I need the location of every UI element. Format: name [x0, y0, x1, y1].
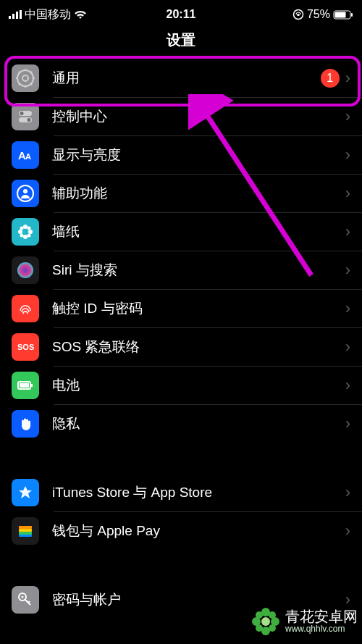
svg-rect-42: [19, 529, 32, 532]
row-accessibility[interactable]: 辅助功能›: [0, 174, 362, 212]
row-wallpaper[interactable]: 墙纸›: [0, 212, 362, 251]
svg-rect-44: [19, 535, 32, 537]
svg-point-46: [22, 595, 24, 598]
svg-point-10: [22, 75, 28, 81]
key-icon: [12, 586, 39, 614]
row-label: 通用: [52, 69, 321, 88]
row-siri[interactable]: Siri 与搜索›: [0, 251, 362, 289]
wallet-icon: [12, 517, 39, 545]
row-label: SOS 紧急联络: [52, 338, 345, 356]
watermark-title: 青花安卓网: [285, 609, 358, 624]
row-label: 显示与亮度: [52, 146, 345, 164]
svg-point-54: [256, 624, 263, 632]
screen: { "status": { "carrier": "中国移动", "time":…: [0, 0, 362, 644]
section-gap: [0, 550, 362, 580]
svg-point-28: [28, 230, 33, 234]
settings-list[interactable]: 通用1›控制中心›AA显示与亮度›辅助功能›墙纸›Siri 与搜索›触控 ID …: [0, 59, 362, 619]
flower-icon: [12, 218, 39, 246]
svg-point-27: [23, 225, 28, 229]
row-touchid[interactable]: 触控 ID 与密码›: [0, 289, 362, 327]
chevron-right-icon: ›: [345, 107, 350, 126]
svg-rect-43: [19, 532, 32, 535]
watermark-url: www.qhhlv.com: [285, 624, 358, 634]
hand-icon: [12, 410, 39, 438]
svg-point-56: [261, 617, 270, 626]
chevron-right-icon: ›: [345, 376, 350, 395]
appstore-icon: [12, 479, 39, 506]
row-battery[interactable]: 电池›: [0, 366, 362, 404]
row-label: 钱包与 Apple Pay: [52, 522, 345, 540]
chevron-right-icon: ›: [345, 338, 350, 356]
person-icon: [12, 180, 39, 207]
row-label: 墙纸: [52, 222, 345, 241]
chevron-right-icon: ›: [345, 299, 350, 318]
chevron-right-icon: ›: [345, 69, 350, 88]
aa-icon: AA: [12, 141, 39, 169]
svg-point-22: [28, 118, 31, 122]
chevron-right-icon: ›: [345, 184, 350, 203]
row-label: 触控 ID 与密码: [52, 299, 345, 318]
svg-point-33: [20, 233, 24, 237]
switches-icon: [12, 103, 39, 130]
row-appstore[interactable]: iTunes Store 与 App Store›: [0, 473, 362, 511]
row-label: iTunes Store 与 App Store: [52, 483, 345, 502]
row-display[interactable]: AA显示与亮度›: [0, 135, 362, 174]
svg-point-34: [20, 226, 24, 230]
fingerprint-icon: [12, 295, 39, 322]
svg-point-36: [17, 262, 33, 278]
battery-icon: [12, 372, 39, 399]
svg-text:SOS: SOS: [17, 343, 34, 351]
row-wallet[interactable]: 钱包与 Apple Pay›: [0, 511, 362, 550]
svg-rect-41: [19, 526, 32, 529]
watermark: 青花安卓网 www.qhhlv.com: [251, 606, 358, 637]
row-general[interactable]: 通用1›: [0, 59, 362, 97]
row-label: 辅助功能: [52, 184, 345, 203]
watermark-logo-icon: [251, 606, 281, 637]
svg-point-31: [28, 226, 31, 230]
svg-point-26: [23, 189, 28, 193]
svg-rect-40: [20, 383, 29, 388]
svg-point-53: [269, 624, 276, 632]
svg-point-29: [23, 235, 28, 239]
row-label: 隐私: [52, 414, 345, 433]
status-bar: 中国移动 20:11 75%: [0, 0, 362, 25]
svg-point-55: [256, 611, 263, 619]
svg-point-30: [18, 230, 22, 234]
row-label: Siri 与搜索: [52, 261, 345, 280]
chevron-right-icon: ›: [345, 146, 350, 164]
siri-icon: [12, 256, 39, 284]
chevron-right-icon: ›: [345, 522, 350, 540]
row-sos[interactable]: SOSSOS 紧急联络›: [0, 327, 362, 366]
row-control-center[interactable]: 控制中心›: [0, 97, 362, 135]
svg-point-52: [269, 611, 276, 619]
chevron-right-icon: ›: [345, 414, 350, 433]
svg-rect-39: [31, 384, 33, 387]
svg-point-20: [20, 112, 24, 115]
page-title: 设置: [0, 25, 362, 59]
svg-point-32: [28, 233, 31, 237]
notification-badge: 1: [321, 69, 340, 88]
sos-icon: SOS: [12, 333, 39, 361]
row-label: 电池: [52, 376, 345, 395]
gear-icon: [12, 64, 39, 92]
chevron-right-icon: ›: [345, 261, 350, 280]
clock: 20:11: [0, 8, 362, 21]
row-label: 控制中心: [52, 107, 345, 126]
section-gap: [0, 443, 362, 473]
svg-point-35: [23, 230, 28, 234]
chevron-right-icon: ›: [345, 222, 350, 241]
chevron-right-icon: ›: [345, 483, 350, 502]
svg-text:A: A: [25, 152, 31, 161]
row-privacy[interactable]: 隐私›: [0, 404, 362, 443]
